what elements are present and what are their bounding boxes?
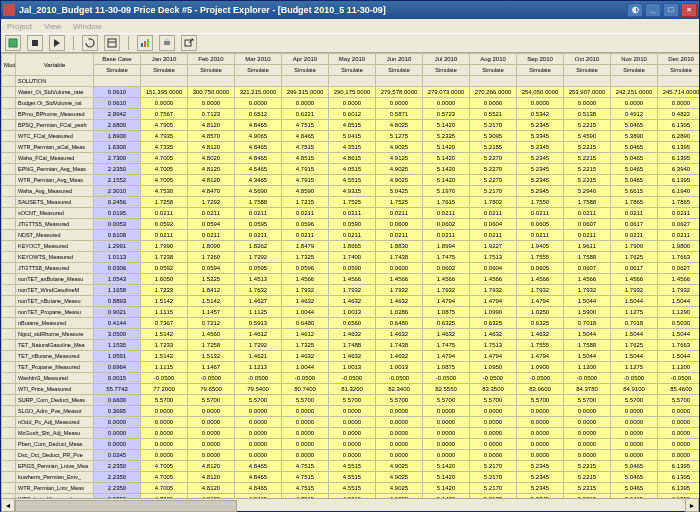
data-cell[interactable]: 82.3400 [376, 384, 423, 395]
basecase-cell[interactable]: 1.8900 [94, 131, 141, 142]
data-cell[interactable]: 0.6480 [376, 318, 423, 329]
data-cell[interactable]: 1.0900 [517, 362, 564, 373]
data-cell[interactable]: 4.5515 [329, 461, 376, 472]
data-cell[interactable]: 5.4590 [564, 131, 611, 142]
data-cell[interactable]: 0.0000 [188, 439, 235, 450]
data-cell[interactable]: 4.8025 [376, 120, 423, 131]
data-cell[interactable]: 5.0465 [611, 142, 658, 153]
data-cell[interactable]: 0.6325 [517, 318, 564, 329]
data-cell[interactable]: 4.8465 [235, 494, 282, 499]
data-cell[interactable]: 4.8120 [188, 472, 235, 483]
data-cell[interactable]: 1.7865 [658, 197, 700, 208]
data-cell[interactable]: 1.1467 [188, 362, 235, 373]
data-cell[interactable]: 4.5515 [329, 483, 376, 494]
data-cell[interactable]: 1.4632 [376, 351, 423, 362]
data-cell[interactable]: 0.0000 [235, 98, 282, 109]
basecase-cell[interactable]: 1.0591 [94, 351, 141, 362]
data-cell[interactable]: 0.0000 [658, 417, 700, 428]
data-cell[interactable]: 1.4632 [329, 296, 376, 307]
data-cell[interactable]: 1.7615 [423, 197, 470, 208]
data-cell[interactable]: 0.0211 [564, 208, 611, 219]
data-cell[interactable]: 1.7932 [611, 285, 658, 296]
table-row[interactable]: EPIG5_Permian_Lntve_Mea2.23504.70054.812… [2, 461, 700, 472]
data-cell[interactable]: 0.0211 [235, 208, 282, 219]
data-cell[interactable]: 4.9025 [376, 142, 423, 153]
col-jun[interactable]: Jun 2010 [376, 54, 423, 65]
data-cell[interactable]: 5.5700 [564, 395, 611, 406]
data-cell[interactable]: 1.4612 [282, 329, 329, 340]
data-cell[interactable]: 0.5913 [235, 318, 282, 329]
data-cell[interactable]: -0.0500 [235, 373, 282, 384]
basecase-cell[interactable]: 2.2350 [94, 483, 141, 494]
data-cell[interactable]: 4.8120 [188, 494, 235, 499]
data-cell[interactable]: 0.0000 [235, 406, 282, 417]
data-cell[interactable]: 1.7932 [470, 285, 517, 296]
data-cell[interactable]: 0.0000 [376, 450, 423, 461]
table-row[interactable]: McGush_Sht_Adj_Measu0.00000.00000.00000.… [2, 428, 700, 439]
data-cell[interactable]: 1.0875 [423, 307, 470, 318]
basecase-cell[interactable]: 2.3010 [94, 186, 141, 197]
data-cell[interactable]: 300.750.0000 [188, 87, 235, 98]
data-cell[interactable]: 0.0000 [611, 98, 658, 109]
basecase-cell[interactable]: 0.4144 [94, 318, 141, 329]
data-cell[interactable]: 5.2215 [564, 120, 611, 131]
basecase-cell[interactable]: 0.0610 [94, 87, 141, 98]
data-cell[interactable]: 1.5044 [564, 351, 611, 362]
data-cell[interactable]: 321,215.0000 [235, 87, 282, 98]
data-cell[interactable]: 4.8120 [188, 120, 235, 131]
table-row[interactable]: Ngcd_stdRhome_Measure3.05001.51421.45601… [2, 329, 700, 340]
data-cell[interactable]: 0.0596 [282, 263, 329, 274]
data-cell[interactable]: 5.2215 [564, 164, 611, 175]
data-cell[interactable]: 4.7335 [141, 142, 188, 153]
data-cell[interactable] [94, 76, 141, 87]
data-cell[interactable]: 1.5900 [564, 307, 611, 318]
data-cell[interactable]: 0.7123 [188, 109, 235, 120]
data-cell[interactable] [282, 76, 329, 87]
data-cell[interactable]: 1.4794 [470, 296, 517, 307]
data-cell[interactable]: 5.5700 [470, 395, 517, 406]
data-cell[interactable]: 0.6325 [423, 318, 470, 329]
data-cell[interactable]: 4.8465 [235, 472, 282, 483]
col-basecase[interactable]: Base Case [94, 54, 141, 65]
data-cell[interactable]: 1.7525 [329, 197, 376, 208]
data-cell[interactable]: 0.0627 [658, 219, 700, 230]
data-cell[interactable]: 0.6480 [282, 318, 329, 329]
data-cell[interactable]: 5.0465 [611, 472, 658, 483]
data-cell[interactable]: 4.5515 [329, 472, 376, 483]
data-cell[interactable]: 5.1970 [423, 186, 470, 197]
data-cell[interactable]: 4.7515 [282, 494, 329, 499]
data-cell[interactable]: 1.1457 [188, 307, 235, 318]
table-row[interactable]: nonTET_WindCasolineM1.16581.72331.84121.… [2, 285, 700, 296]
data-cell[interactable]: 0.5723 [423, 109, 470, 120]
data-cell[interactable]: 1.8479 [282, 241, 329, 252]
table-row[interactable]: BPmo_BPhome_Measured2.89420.75670.71230.… [2, 109, 700, 120]
table-row[interactable]: Waha_Avg_Measured2.30104.75304.84704.569… [2, 186, 700, 197]
data-cell[interactable]: 1.8090 [188, 241, 235, 252]
data-cell[interactable]: 1.1115 [141, 362, 188, 373]
data-cell[interactable]: 5.2215 [564, 153, 611, 164]
data-cell[interactable]: 5.5700 [423, 395, 470, 406]
data-cell[interactable]: 1.5044 [658, 329, 700, 340]
data-cell[interactable]: 5.5700 [376, 395, 423, 406]
data-cell[interactable]: 0.0000 [470, 98, 517, 109]
data-cell[interactable]: 1.5044 [564, 329, 611, 340]
data-cell[interactable]: 1.4621 [235, 351, 282, 362]
data-cell[interactable]: 79.5400 [235, 384, 282, 395]
table-row[interactable]: nonTET_Propane_Measu0.90211.11151.14571.… [2, 307, 700, 318]
data-cell[interactable]: 0.0602 [423, 263, 470, 274]
data-cell[interactable]: 151,395.0000 [141, 87, 188, 98]
data-cell[interactable]: 4.9025 [376, 483, 423, 494]
data-cell[interactable]: 5.5700 [282, 395, 329, 406]
data-cell[interactable]: 0.0600 [376, 263, 423, 274]
data-cell[interactable]: 6.1395 [658, 153, 700, 164]
data-cell[interactable]: 4.5515 [329, 175, 376, 186]
basecase-cell[interactable]: 0.3695 [94, 406, 141, 417]
data-cell[interactable]: 0.0000 [470, 450, 517, 461]
data-cell[interactable]: 1.7215 [282, 197, 329, 208]
basecase-cell[interactable]: 2.2350 [94, 461, 141, 472]
data-cell[interactable]: 4.7915 [282, 175, 329, 186]
data-cell[interactable]: 0.0000 [423, 439, 470, 450]
basecase-cell[interactable]: 1.1535 [94, 340, 141, 351]
basecase-cell[interactable]: 0.2456 [94, 197, 141, 208]
stop-button[interactable] [27, 35, 43, 51]
